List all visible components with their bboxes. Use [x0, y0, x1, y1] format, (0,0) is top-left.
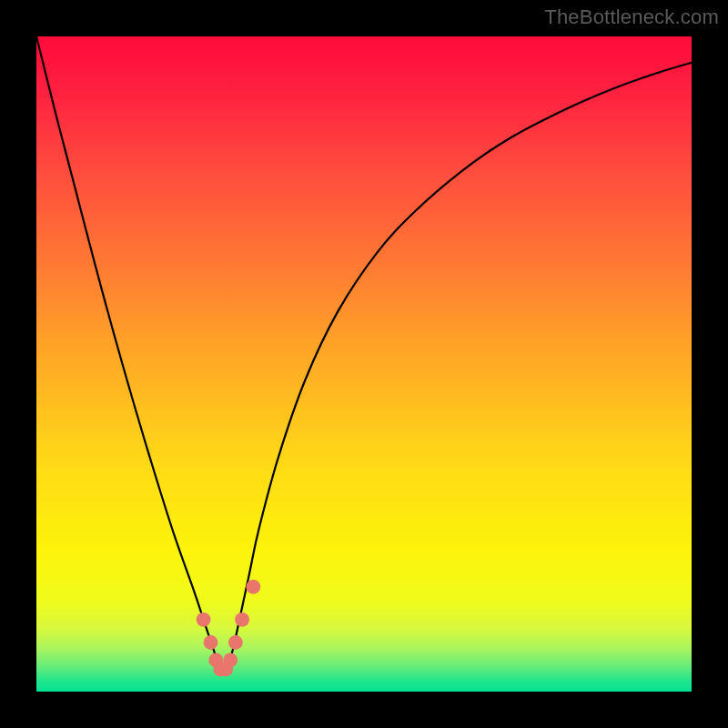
- valley-marker: [228, 635, 243, 650]
- bottleneck-curve: [36, 36, 692, 671]
- watermark-text: TheBottleneck.com: [544, 5, 719, 29]
- valley-marker: [246, 580, 260, 594]
- valley-marker: [223, 653, 238, 668]
- valley-marker: [235, 612, 249, 627]
- valley-marker: [204, 635, 218, 650]
- plot-area: [36, 36, 692, 692]
- valley-marker: [197, 612, 211, 627]
- chart-frame: TheBottleneck.com: [0, 0, 728, 728]
- curve-layer: [36, 36, 692, 692]
